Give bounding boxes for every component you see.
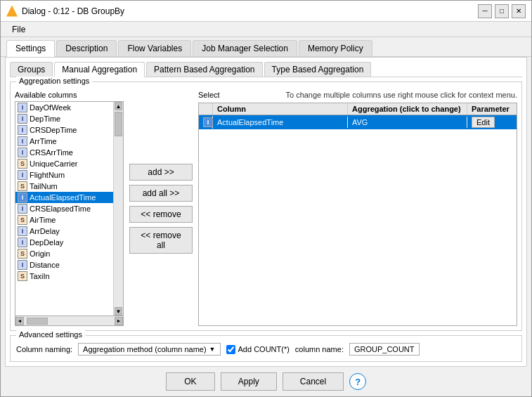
th-aggregation: Aggregation (click to change) [348,103,467,115]
type-badge-i: I [18,237,27,247]
advanced-settings-box: Advanced settings Column naming: Aggrega… [10,335,522,362]
hscroll-left[interactable]: ◄ [15,317,24,325]
type-badge-s: S [18,271,27,281]
row-type-badge: I [203,117,213,127]
col-item-dayofweek[interactable]: I DayOfWeek [15,102,113,113]
apply-button[interactable]: Apply [221,372,277,391]
ok-button[interactable]: OK [166,372,215,391]
type-badge-i: I [18,226,27,236]
menu-bar: File [1,22,531,37]
col-item-taxiin[interactable]: S TaxiIn [15,271,113,282]
tab-manual-aggregation[interactable]: Manual Aggregation [54,62,145,77]
col-item-uniquecarrier[interactable]: S UniqueCarrier [15,158,113,169]
tab-flow-variables[interactable]: Flow Variables [118,40,191,56]
type-badge-i: I [18,125,27,135]
td-aggregation[interactable]: AVG [348,117,467,128]
type-badge-s: S [18,181,27,191]
close-button[interactable]: ✕ [512,4,526,18]
type-badge-s: S [18,159,27,169]
scroll-thumb[interactable] [115,112,122,136]
th-type [199,103,213,115]
type-badge-i: I [18,204,27,214]
col-item-arrdelay[interactable]: I ArrDelay [15,226,113,237]
col-item-airtime[interactable]: S AirTime [15,214,113,226]
tab-groups[interactable]: Groups [10,62,53,77]
col-item-origin[interactable]: S Origin [15,248,113,259]
col-naming-dropdown[interactable]: Aggregation method (column name) ▼ [78,343,220,356]
aggregation-body: Available columns I DayOfWeek I DepTime [15,91,517,326]
remove-all-button[interactable]: << remove all [129,227,193,254]
tab-memory-policy[interactable]: Memory Policy [299,40,372,56]
remove-button[interactable]: << remove [129,206,193,223]
main-content: Groups Manual Aggregation Pattern Based … [5,57,527,367]
td-type: I [199,116,213,129]
col-item-crsarrtime[interactable]: I CRSArrTime [15,147,113,158]
select-hint: To change multiple columns use right mou… [285,91,517,99]
cancel-button[interactable]: Cancel [283,372,344,391]
col-item-distance[interactable]: I Distance [15,259,113,271]
advanced-row: Column naming: Aggregation method (colum… [16,343,516,356]
tab-pattern-aggregation[interactable]: Pattern Based Aggregation [146,62,262,77]
type-badge-i: I [18,170,27,180]
col-item-crsdeptime[interactable]: I CRSDepTime [15,124,113,136]
tab-type-aggregation[interactable]: Type Based Aggregation [264,62,372,77]
title-bar: Dialog - 0:12 - DB GroupBy ─ □ ✕ [1,1,531,22]
window-controls: ─ □ ✕ [478,4,526,18]
minimize-button[interactable]: ─ [478,4,492,18]
add-count-checkbox-label[interactable]: Add COUNT(*) [226,345,290,354]
col-item-flightnum[interactable]: I FlightNum [15,169,113,181]
footer: OK Apply Cancel ? [1,367,531,396]
aggregation-settings-label: Aggregation settings [16,77,92,85]
available-columns-label: Available columns [15,91,124,99]
outer-tabs: Settings Description Flow Variables Job … [1,37,531,57]
available-columns-list[interactable]: I DayOfWeek I DepTime I CRSDepTime [15,102,113,315]
table-row[interactable]: I ActualElapsedTime AVG Edit [199,115,517,129]
th-parameter: Parameter [467,103,517,115]
window-title: Dialog - 0:12 - DB GroupBy [22,6,478,16]
type-badge-i: I [18,148,27,157]
aggregation-settings-box: Aggregation settings Available columns I… [10,82,522,331]
col-name-input[interactable] [349,343,420,356]
th-column: Column [213,103,348,115]
td-parameter: Edit [467,115,517,129]
col-item-arrtime[interactable]: I ArrTime [15,136,113,147]
type-badge-s: S [18,249,27,259]
maximize-button[interactable]: □ [495,4,509,18]
tab-job-manager[interactable]: Job Manager Selection [193,40,297,56]
add-all-button[interactable]: add all >> [129,185,193,202]
help-button[interactable]: ? [349,373,366,390]
scroll-up-arrow[interactable]: ▲ [115,102,122,110]
add-button[interactable]: add >> [129,164,193,181]
col-item-crselapsed[interactable]: I CRSElapsedTime [15,203,113,214]
col-item-deptime[interactable]: I DepTime [15,113,113,124]
available-columns-section: Available columns I DayOfWeek I DepTime [15,91,124,326]
col-naming-label: Column naming: [16,345,72,353]
add-count-checkbox[interactable] [226,345,235,354]
select-section: Select To change multiple columns use ri… [198,91,517,326]
type-badge-i: I [18,136,27,146]
edit-parameter-button[interactable]: Edit [472,117,495,128]
tab-description[interactable]: Description [56,40,117,56]
action-buttons: add >> add all >> << remove << remove al… [129,91,193,326]
hscroll-thumb[interactable] [27,318,48,325]
add-count-label: Add COUNT(*) [238,345,290,353]
hscroll-right[interactable]: ► [115,317,123,325]
col-item-tailnum[interactable]: S TailNum [15,181,113,192]
type-badge-i: I [18,114,27,124]
table-header: Column Aggregation (click to change) Par… [199,103,517,115]
aggregation-table: Column Aggregation (click to change) Par… [198,103,517,326]
type-badge-i: I [18,193,27,202]
vscrollbar[interactable]: ▲ ▼ [113,102,123,315]
advanced-settings-label: Advanced settings [16,330,85,339]
hscrollbar[interactable]: ◄ ► [15,316,124,326]
tab-settings[interactable]: Settings [6,40,55,57]
col-item-depdelay[interactable]: I DepDelay [15,237,113,248]
select-label: Select [198,91,220,99]
col-item-actualelapsed[interactable]: I ActualElapsedTime [15,192,113,203]
file-menu[interactable]: File [6,23,31,36]
type-badge-s: S [18,215,27,225]
type-badge-i: I [18,103,27,112]
type-badge-i: I [18,260,27,270]
scroll-down-arrow[interactable]: ▼ [115,307,122,315]
col-naming-value: Aggregation method (column name) [83,345,206,353]
